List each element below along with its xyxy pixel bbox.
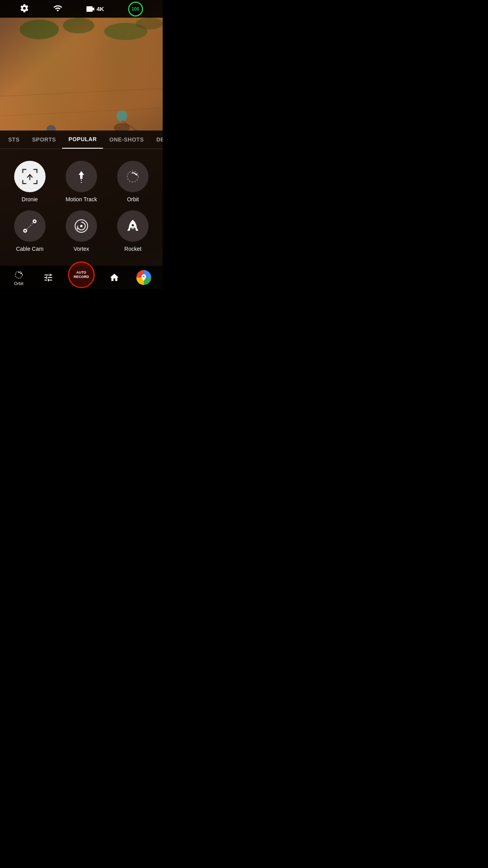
nav-orbit[interactable]: Orbit xyxy=(9,269,29,286)
wifi-button[interactable] xyxy=(53,4,62,15)
rocket-icon xyxy=(124,217,141,235)
vortex-label: Vortex xyxy=(73,246,89,252)
cable-cam-label: Cable Cam xyxy=(16,246,44,252)
orbit-label: Orbit xyxy=(127,196,139,202)
motion-track-icon xyxy=(73,168,90,185)
svg-point-8 xyxy=(116,110,127,121)
battery-indicator: 100 xyxy=(128,2,143,17)
orbit-circle xyxy=(117,161,149,192)
svg-point-20 xyxy=(34,221,35,222)
rocket-circle xyxy=(117,210,149,242)
mode-vortex[interactable]: Vortex xyxy=(55,206,107,256)
vortex-icon xyxy=(73,217,90,235)
svg-point-23 xyxy=(132,224,134,226)
tab-de[interactable]: DE xyxy=(150,131,163,148)
home-icon xyxy=(109,272,119,283)
map-icon xyxy=(136,270,151,285)
nav-settings[interactable] xyxy=(39,272,58,283)
nav-map[interactable] xyxy=(134,270,154,285)
dronie-icon xyxy=(21,168,39,185)
video-icon xyxy=(86,6,95,13)
motion-track-label: Motion Track xyxy=(66,196,97,202)
svg-point-6 xyxy=(136,18,163,29)
tab-oneshots[interactable]: ONE-SHOTS xyxy=(103,131,150,148)
tab-bsts[interactable]: STS xyxy=(2,131,26,148)
wifi-icon xyxy=(53,4,62,13)
mode-rocket[interactable]: Rocket xyxy=(107,206,159,256)
settings-icon xyxy=(20,4,29,13)
category-tabs: STS SPORTS POPULAR ONE-SHOTS DE xyxy=(0,131,163,149)
resolution-button[interactable]: 4K xyxy=(86,6,104,13)
orbit-nav-icon xyxy=(13,269,24,280)
dronie-label: Dronie xyxy=(22,196,38,202)
mode-cable-cam[interactable]: Cable Cam xyxy=(4,206,55,256)
vortex-circle xyxy=(66,210,97,242)
resolution-label: 4K xyxy=(97,6,104,12)
bottom-nav: Orbit AUTORECORD xyxy=(0,266,163,289)
sliders-icon xyxy=(43,272,53,283)
modes-grid: Dronie Motion Track xyxy=(0,149,163,266)
svg-point-22 xyxy=(80,225,83,227)
svg-point-4 xyxy=(63,18,94,33)
mode-motion-track[interactable]: Motion Track xyxy=(55,157,107,206)
orbit-icon xyxy=(124,168,141,185)
tab-popular[interactable]: POPULAR xyxy=(62,131,103,149)
rocket-label: Rocket xyxy=(125,246,142,252)
map-marker-icon xyxy=(140,274,148,281)
bottom-panel: STS SPORTS POPULAR ONE-SHOTS DE Dronie xyxy=(0,131,163,266)
motion-track-circle xyxy=(66,161,97,192)
orbit-nav-label: Orbit xyxy=(14,281,24,286)
cable-cam-icon xyxy=(21,217,39,235)
tab-sports[interactable]: SPORTS xyxy=(26,131,62,148)
cable-cam-circle xyxy=(14,210,46,242)
dronie-circle xyxy=(14,161,46,192)
settings-button[interactable] xyxy=(20,4,29,15)
svg-line-16 xyxy=(25,221,35,231)
mode-dronie[interactable]: Dronie xyxy=(4,157,55,206)
auto-record-button[interactable]: AUTORECORD xyxy=(68,261,95,288)
svg-rect-24 xyxy=(131,228,134,229)
nav-home[interactable] xyxy=(105,272,124,283)
svg-point-3 xyxy=(20,20,59,39)
auto-record-label: AUTORECORD xyxy=(73,270,89,279)
svg-point-18 xyxy=(24,230,26,232)
top-bar: 4K 100 xyxy=(0,0,163,18)
mode-orbit[interactable]: Orbit xyxy=(107,157,159,206)
